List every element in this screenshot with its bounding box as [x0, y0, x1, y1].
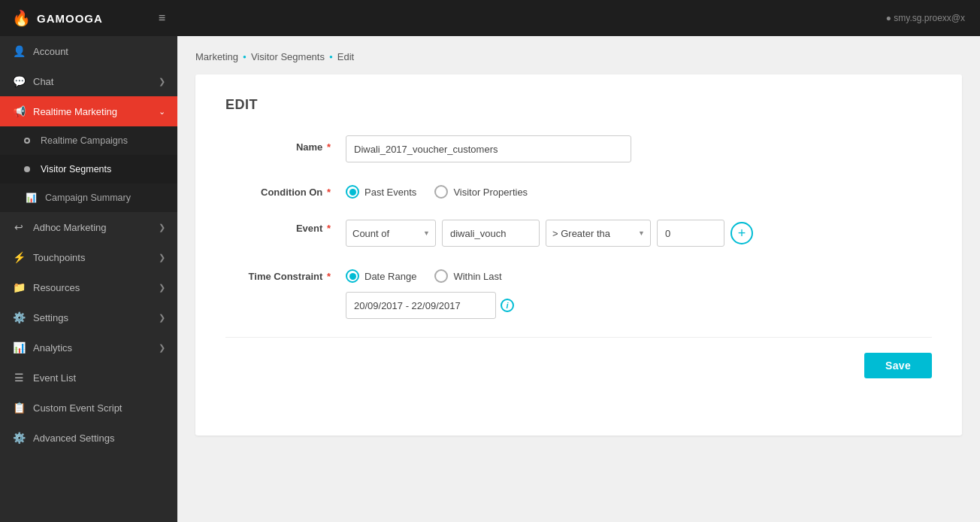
required-star-3: * [327, 223, 331, 234]
sidebar-item-label: Realtime Marketing [33, 106, 117, 117]
content-area: Marketing ● Visitor Segments ● Edit EDIT… [177, 36, 980, 522]
sidebar-item-settings[interactable]: ⚙️ Settings ❯ [0, 302, 177, 332]
save-row: Save [225, 353, 932, 378]
radio-visitor-properties[interactable]: Visitor Properties [434, 185, 528, 199]
sidebar-nav: 👤 Account 💬 Chat ❯ 📢 Realtime Marketing … [0, 36, 177, 522]
sidebar-item-label: Visitor Segments [41, 164, 111, 175]
adhoc-icon: ↩ [12, 221, 26, 233]
condition-row: Condition On * Past Events Visitor Prope… [225, 181, 932, 199]
megaphone-icon: 📢 [12, 105, 26, 117]
breadcrumb-dot-1: ● [243, 53, 247, 60]
operator-select-wrapper: > Greater tha [546, 220, 651, 247]
plus-icon: + [738, 226, 746, 240]
sidebar-item-advanced-settings[interactable]: ⚙️ Advanced Settings [0, 423, 177, 453]
chart-icon: 📊 [24, 193, 38, 203]
chevron-right-icon: ❯ [159, 283, 165, 293]
sidebar-item-chat[interactable]: 💬 Chat ❯ [0, 66, 177, 96]
sidebar-item-label: Advanced Settings [33, 432, 114, 444]
touchpoints-icon: ⚡ [12, 251, 26, 263]
event-name-input[interactable] [442, 220, 540, 247]
settings-icon: ⚙️ [12, 311, 26, 323]
hamburger-icon[interactable]: ≡ [159, 11, 165, 25]
save-button[interactable]: Save [864, 353, 932, 378]
radio-label-within-last: Within Last [453, 271, 501, 282]
chevron-right-icon: ❯ [159, 343, 165, 353]
sub-dot-icon [24, 138, 30, 144]
radio-label-date-range: Date Range [364, 271, 416, 282]
sidebar-item-label: Event List [33, 372, 76, 384]
edit-panel: EDIT Name * Condition On * Past E [195, 74, 962, 436]
sidebar-item-event-list[interactable]: ☰ Event List [0, 363, 177, 393]
name-label: Name * [225, 135, 346, 153]
sidebar-item-adhoc-marketing[interactable]: ↩ Adhoc Marketing ❯ [0, 212, 177, 242]
date-range-input[interactable] [346, 292, 496, 319]
required-star: * [327, 141, 331, 153]
account-icon: 👤 [12, 45, 26, 57]
name-row: Name * [225, 135, 932, 162]
chevron-down-icon: ⌄ [159, 107, 165, 117]
sidebar-item-label: Adhoc Marketing [33, 222, 107, 233]
radio-within-last[interactable]: Within Last [434, 269, 501, 283]
add-condition-button[interactable]: + [730, 222, 753, 244]
required-star-4: * [327, 271, 331, 282]
sidebar-item-label: Custom Event Script [33, 402, 122, 414]
event-number-input[interactable] [657, 220, 724, 247]
count-select-wrapper: Count of [346, 220, 436, 247]
date-range-row: i [346, 283, 514, 319]
sidebar-item-label: Chat [33, 76, 53, 87]
sidebar-item-label: Realtime Campaigns [41, 135, 128, 146]
radio-date-range[interactable]: Date Range [346, 269, 416, 283]
sidebar-item-campaign-summary[interactable]: 📊 Campaign Summary [0, 184, 177, 212]
operator-select[interactable]: > Greater tha [546, 220, 651, 247]
sidebar-item-label: Campaign Summary [45, 193, 131, 203]
info-icon[interactable]: i [501, 299, 514, 312]
sidebar-item-visitor-segments[interactable]: Visitor Segments [0, 155, 177, 184]
sidebar-item-touchpoints[interactable]: ⚡ Touchpoints ❯ [0, 242, 177, 272]
breadcrumb-visitor-segments[interactable]: Visitor Segments [251, 51, 325, 62]
condition-label: Condition On * [225, 181, 346, 198]
event-controls: Count of > Greater tha + [346, 217, 753, 247]
chevron-right-icon: ❯ [159, 223, 165, 232]
logo-icon: 🔥 [12, 9, 31, 27]
sidebar-item-label: Resources [33, 282, 80, 293]
breadcrumb: Marketing ● Visitor Segments ● Edit [195, 51, 962, 62]
logo-area: 🔥 GAMOOGA [12, 9, 103, 27]
sidebar-item-analytics[interactable]: 📊 Analytics ❯ [0, 332, 177, 363]
radio-label-visitor-properties: Visitor Properties [453, 187, 528, 198]
sidebar-item-account[interactable]: 👤 Account [0, 36, 177, 66]
time-radio-row: Date Range Within Last [346, 265, 514, 283]
radio-circle-visitor-properties [434, 185, 448, 199]
radio-circle-within-last [434, 269, 448, 283]
logo-text: GAMOOGA [37, 12, 103, 25]
time-constraint-row: Time Constraint * Date Range Within Last [225, 265, 932, 319]
advanced-settings-icon: ⚙️ [12, 432, 26, 444]
breadcrumb-marketing[interactable]: Marketing [195, 51, 238, 62]
chat-icon: 💬 [12, 75, 26, 87]
resources-icon: 📁 [12, 281, 26, 293]
sidebar-header: 🔥 GAMOOGA ≡ [0, 0, 177, 36]
page-title: EDIT [225, 97, 932, 113]
topbar: ● smy.sg.proexx@x [177, 0, 980, 36]
radio-label-past-events: Past Events [364, 187, 416, 198]
event-row: Event * Count of > Greater tha [225, 217, 932, 247]
sub-dot-active-icon [24, 166, 30, 172]
name-input[interactable] [346, 135, 631, 162]
analytics-icon: 📊 [12, 341, 26, 354]
sidebar-item-realtime-campaigns[interactable]: Realtime Campaigns [0, 126, 177, 155]
chevron-right-icon: ❯ [159, 253, 165, 263]
count-select[interactable]: Count of [346, 220, 436, 247]
event-list-icon: ☰ [12, 372, 26, 384]
event-label: Event * [225, 217, 346, 234]
sidebar-item-resources[interactable]: 📁 Resources ❯ [0, 272, 177, 302]
chevron-right-icon: ❯ [159, 77, 165, 86]
condition-radio-group: Past Events Visitor Properties [346, 181, 528, 199]
radio-past-events[interactable]: Past Events [346, 185, 416, 199]
topbar-user: ● smy.sg.proexx@x [886, 13, 965, 23]
radio-circle-past-events [346, 185, 359, 199]
main-area: ● smy.sg.proexx@x Marketing ● Visitor Se… [177, 0, 980, 522]
sidebar-item-realtime-marketing[interactable]: 📢 Realtime Marketing ⌄ [0, 96, 177, 126]
radio-circle-date-range [346, 269, 359, 283]
divider [225, 337, 932, 338]
sidebar-item-label: Account [33, 46, 68, 57]
sidebar-item-custom-event-script[interactable]: 📋 Custom Event Script [0, 393, 177, 423]
